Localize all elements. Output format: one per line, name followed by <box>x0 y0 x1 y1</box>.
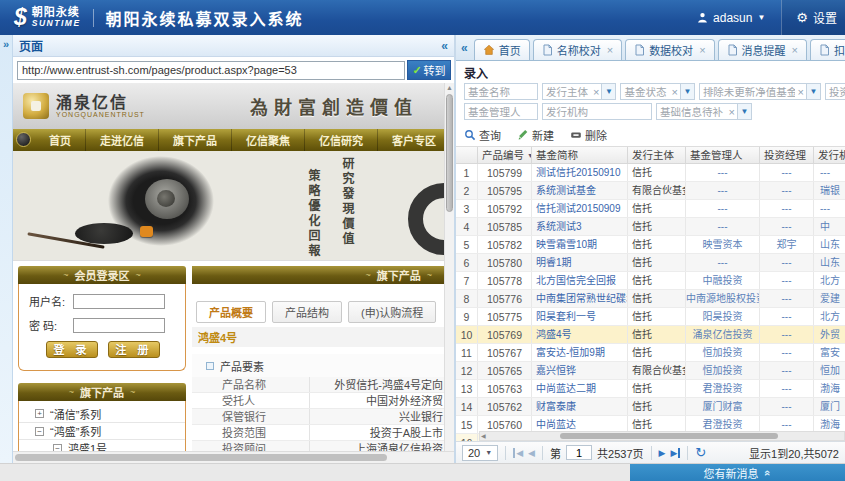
site-nav-about[interactable]: 走进亿信 <box>86 129 159 151</box>
go-button[interactable]: ✓ 转到 <box>407 60 451 80</box>
tab-product-summary[interactable]: 产品概要 <box>196 301 266 323</box>
user-menu[interactable]: adasun ▼ <box>681 11 781 25</box>
tab-close-icon[interactable]: × <box>607 45 613 55</box>
combo-arrow-icon[interactable]: ▼ <box>806 84 820 99</box>
collapse-left-icon[interactable]: « <box>441 39 448 53</box>
col-investment-manager[interactable]: 投资经理 <box>760 147 814 163</box>
tab-product-structure[interactable]: 产品结构 <box>272 301 342 323</box>
col-issuing-institution[interactable]: 发行机构 <box>814 147 845 163</box>
collapse-panel-icon[interactable]: « <box>461 41 468 55</box>
combo-clear-icon[interactable]: × <box>669 86 679 98</box>
tree-collapse-icon[interactable]: − <box>35 427 44 436</box>
settings-button[interactable]: ⚙ 设置 <box>781 0 845 35</box>
site-nav-research[interactable]: 亿信研究 <box>305 129 378 151</box>
col-fund-name[interactable]: 基金简称 <box>532 147 628 163</box>
login-button[interactable]: 登 录 <box>46 341 98 358</box>
combo-arrow-icon[interactable]: ▼ <box>680 84 694 99</box>
tab-data-check[interactable]: 数据校对 × <box>625 39 714 60</box>
scroll-left-icon[interactable]: ◀ <box>481 432 486 441</box>
cell-name[interactable]: 系统测试基金 <box>532 182 628 199</box>
register-button[interactable]: 注 册 <box>108 341 160 358</box>
combo-clear-icon[interactable]: × <box>591 86 601 98</box>
page-first-icon[interactable]: ◀ <box>513 448 523 458</box>
expand-right-icon[interactable]: » <box>0 35 12 53</box>
cell-name[interactable]: 财富泰康 <box>532 398 628 415</box>
delete-button[interactable]: 删除 <box>570 127 607 143</box>
page-size-select[interactable]: 20 ▼ <box>462 445 498 461</box>
tab-performance-stats[interactable]: 扣分绩效统计 × <box>810 39 845 60</box>
cell-name[interactable]: 中南集团常熟世纪碟城 <box>532 290 628 307</box>
col-issuer-type[interactable]: 发行主体 <box>628 147 686 163</box>
cell-name[interactable]: 鸿盛4号 <box>532 326 628 343</box>
page-next-icon[interactable]: ▶ <box>659 448 666 458</box>
horizontal-scroll-thumb[interactable] <box>15 454 387 461</box>
issuer-type-combo[interactable]: 发行主体 × ▼ <box>542 83 616 100</box>
site-horizontal-scrollbar[interactable] <box>13 451 454 463</box>
site-nav-home[interactable]: 首页 <box>35 129 86 151</box>
page-refresh-icon[interactable]: ↻ <box>695 447 706 459</box>
table-row[interactable]: 14105762财富泰康信托厦门财富---厦门 <box>456 398 845 416</box>
table-row[interactable]: 2105795系统测试基金有限合伙基金------瑞银 <box>456 182 845 200</box>
cell-name[interactable]: 富安达-恒加9期 <box>532 344 628 361</box>
col-fund-manager[interactable]: 基金管理人 <box>686 147 760 163</box>
fund-manager-input[interactable] <box>464 103 538 120</box>
combo-clear-icon[interactable]: × <box>795 86 805 98</box>
cell-name[interactable]: 中尚蓝达二期 <box>532 380 628 397</box>
cell-name[interactable]: 测试信托20150910 <box>532 164 628 181</box>
new-button[interactable]: 新建 <box>517 127 554 143</box>
combo-arrow-icon[interactable]: ▼ <box>601 84 615 99</box>
tab-home[interactable]: 首页 <box>474 39 530 60</box>
table-row[interactable]: 9105775阳昊套利一号信托阳昊投资---北方 <box>456 308 845 326</box>
table-row[interactable]: 8105776中南集团常熟世纪碟城信托中南源地股权投资---爱建 <box>456 290 845 308</box>
page-last-icon[interactable]: ▶ <box>670 448 680 458</box>
table-row[interactable]: 4105785系统测试3信托------中 <box>456 218 845 236</box>
combo-clear-icon[interactable]: × <box>727 106 737 118</box>
password-field[interactable] <box>73 318 165 333</box>
new-message-button[interactable]: 您有新消息 « <box>630 464 845 481</box>
cell-name[interactable]: 阳昊套利一号 <box>532 308 628 325</box>
exclude-stale-nav-combo[interactable]: 排除未更新净值基金 × ▼ <box>699 83 821 100</box>
tab-message-alert[interactable]: 消息提醒 × <box>718 39 807 60</box>
grid-scroll-thumb[interactable] <box>560 433 778 439</box>
basic-info-pending-combo[interactable]: 基础信息待补 × ▼ <box>656 103 752 120</box>
table-row[interactable]: 7105778北方国信完全回报信托中融投资---北方 <box>456 272 845 290</box>
scroll-up-icon[interactable]: ▲ <box>445 83 454 93</box>
vertical-scroll-thumb[interactable] <box>446 94 453 212</box>
tree-expand-icon[interactable]: + <box>35 409 44 418</box>
combo-arrow-icon[interactable]: ▼ <box>737 104 751 119</box>
table-row[interactable]: 6105780明睿1期信托------山东 <box>456 254 845 272</box>
site-nav-focus[interactable]: 亿信聚焦 <box>232 129 305 151</box>
table-row[interactable]: 12105765嘉兴恒铧有限合伙基金恒加投资---恒加 <box>456 362 845 380</box>
tab-close-icon[interactable]: × <box>792 45 798 55</box>
site-nav-clients[interactable]: 客户专区 <box>378 129 446 151</box>
table-row[interactable]: 11105767富安达-恒加9期信托恒加投资---富安 <box>456 344 845 362</box>
investment-manager-input[interactable] <box>825 83 845 100</box>
tree-item-hongsheng1[interactable]: − 鸿盛1号 <box>19 439 185 451</box>
page-number-input[interactable] <box>566 445 592 460</box>
grid-horizontal-scrollbar[interactable]: ◀ <box>479 431 845 441</box>
col-product-code[interactable]: 产品编号 ▼ <box>478 147 532 163</box>
fund-name-input[interactable] <box>464 83 538 100</box>
cell-name[interactable]: 北方国信完全回报 <box>532 272 628 289</box>
cell-name[interactable]: 嘉兴恒铧 <box>532 362 628 379</box>
cell-name[interactable]: 明睿1期 <box>532 254 628 271</box>
site-vertical-scrollbar[interactable]: ▲ <box>444 83 454 451</box>
tree-item-hongsheng[interactable]: − “鸿盛”系列 <box>19 422 185 439</box>
table-row[interactable]: 10105769鸿盛4号信托涌泉亿信投资---外贸 <box>456 326 845 344</box>
site-nav-products[interactable]: 旗下产品 <box>159 129 232 151</box>
table-row[interactable]: 1105799测试信托20150910信托--------- <box>456 164 845 182</box>
username-field[interactable] <box>73 294 165 309</box>
table-row[interactable]: 5105782映雪霜雪10期信托映雪资本郑宇山东 <box>456 236 845 254</box>
tree-collapse-icon[interactable]: − <box>53 444 62 452</box>
fund-status-combo[interactable]: 基金状态 × ▼ <box>620 83 694 100</box>
cell-name[interactable]: 映雪霜雪10期 <box>532 236 628 253</box>
tree-item-yongxin[interactable]: + “涌信”系列 <box>19 405 185 422</box>
cell-name[interactable]: 系统测试3 <box>532 218 628 235</box>
table-row[interactable]: 3105792信托测试20150909信托--------- <box>456 200 845 218</box>
query-button[interactable]: 查询 <box>464 127 501 143</box>
url-input[interactable] <box>17 61 405 80</box>
tab-purchase-process[interactable]: (申)认购流程 <box>348 301 436 323</box>
tab-close-icon[interactable]: × <box>699 45 705 55</box>
cell-name[interactable]: 信托测试20150909 <box>532 200 628 217</box>
issuing-institution-input[interactable] <box>542 103 652 120</box>
